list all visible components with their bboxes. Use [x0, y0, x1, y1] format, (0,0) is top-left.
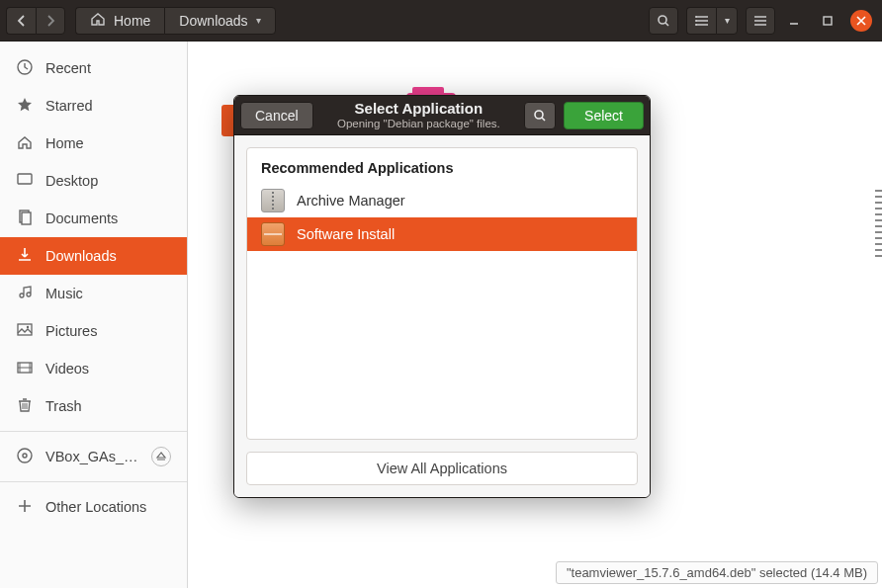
select-button[interactable]: Select [564, 102, 644, 129]
breadcrumb-downloads[interactable]: Downloads ▾ [164, 7, 275, 35]
videos-icon [16, 359, 34, 379]
view-dropdown-button[interactable]: ▾ [716, 7, 738, 35]
window-edge-behind [875, 190, 882, 259]
sidebar-item-videos[interactable]: Videos [0, 350, 187, 387]
sidebar-item-label: Other Locations [45, 499, 146, 515]
breadcrumb-label: Home [114, 13, 150, 29]
home-icon [90, 11, 106, 30]
sidebar-item-label: Desktop [45, 173, 98, 189]
software-install-icon [261, 222, 285, 246]
svg-rect-4 [824, 17, 832, 25]
sidebar-item-label: VBox_GAs_6.… [45, 449, 139, 464]
breadcrumb-home[interactable]: Home [75, 7, 164, 35]
svg-point-14 [535, 111, 543, 119]
desktop-icon [16, 171, 34, 192]
sidebar-item-label: Recent [45, 60, 91, 76]
trash-icon [16, 396, 34, 417]
sidebar-item-starred[interactable]: Starred [0, 87, 187, 125]
select-application-dialog: Cancel Select Application Opening "Debia… [233, 95, 651, 498]
svg-point-2 [695, 20, 697, 22]
disc-icon [16, 447, 34, 467]
sidebar-item-label: Trash [45, 398, 82, 414]
search-button[interactable] [649, 7, 678, 35]
svg-rect-6 [18, 174, 32, 184]
sidebar-item-label: Documents [45, 210, 118, 226]
close-icon [850, 10, 872, 32]
breadcrumb: Home Downloads ▾ [75, 7, 276, 35]
close-button[interactable] [846, 7, 876, 35]
svg-point-10 [27, 325, 29, 327]
app-label: Archive Manager [297, 193, 405, 209]
dialog-title-block: Select Application Opening "Debian packa… [321, 100, 516, 129]
sidebar-separator [0, 431, 187, 432]
sidebar-item-label: Pictures [45, 323, 97, 339]
sidebar-item-pictures[interactable]: Pictures [0, 312, 187, 350]
status-text: "teamviewer_15.7.6_amd64.deb" selected (… [567, 565, 867, 580]
breadcrumb-label: Downloads [179, 13, 247, 29]
status-bar: "teamviewer_15.7.6_amd64.deb" selected (… [556, 561, 878, 584]
sidebar: Recent Starred Home Desktop Documents Do… [0, 42, 188, 588]
sidebar-item-downloads[interactable]: Downloads [0, 237, 187, 275]
sidebar-item-label: Downloads [45, 248, 117, 264]
sidebar-mount-vbox[interactable]: VBox_GAs_6.… [0, 438, 187, 475]
plus-icon [16, 497, 34, 518]
svg-rect-8 [22, 212, 31, 224]
maximize-button[interactable] [813, 7, 842, 35]
documents-icon [16, 209, 34, 229]
sidebar-separator [0, 481, 187, 482]
svg-point-1 [695, 16, 697, 18]
hamburger-menu-button[interactable] [746, 7, 775, 35]
dialog-body: Recommended Applications Archive Manager… [234, 135, 650, 497]
music-icon [16, 284, 34, 304]
sidebar-other-locations[interactable]: Other Locations [0, 488, 187, 526]
view-all-applications-button[interactable]: View All Applications [246, 452, 638, 485]
recommended-heading: Recommended Applications [247, 148, 637, 184]
app-label: Software Install [297, 226, 395, 242]
home-icon [16, 133, 34, 154]
sidebar-item-label: Starred [45, 98, 93, 114]
sidebar-item-desktop[interactable]: Desktop [0, 162, 187, 200]
svg-point-13 [23, 454, 27, 458]
titlebar: Home Downloads ▾ ▾ [0, 0, 882, 42]
sidebar-item-label: Home [45, 135, 84, 151]
sidebar-item-trash[interactable]: Trash [0, 387, 187, 425]
star-icon [16, 96, 34, 117]
dialog-subtitle: Opening "Debian package" files. [321, 118, 516, 130]
sidebar-item-label: Videos [45, 361, 89, 377]
chevron-down-icon: ▾ [256, 15, 261, 26]
forward-button[interactable] [36, 7, 65, 35]
svg-point-12 [18, 449, 32, 462]
svg-point-0 [659, 16, 666, 24]
back-button[interactable] [6, 7, 36, 35]
sidebar-item-documents[interactable]: Documents [0, 200, 187, 237]
app-row-software-install[interactable]: Software Install [247, 217, 637, 251]
dialog-title: Select Application [321, 100, 516, 117]
sidebar-item-recent[interactable]: Recent [0, 49, 187, 87]
minimize-button[interactable] [779, 7, 809, 35]
archive-manager-icon [261, 189, 285, 212]
cancel-button[interactable]: Cancel [240, 102, 313, 129]
clock-icon [16, 58, 34, 79]
svg-rect-9 [18, 324, 32, 335]
dialog-titlebar: Cancel Select Application Opening "Debia… [234, 96, 650, 135]
app-list: Recommended Applications Archive Manager… [246, 147, 638, 440]
view-mode: ▾ [686, 7, 738, 35]
list-view-button[interactable] [686, 7, 716, 35]
downloads-icon [16, 246, 34, 267]
app-row-archive-manager[interactable]: Archive Manager [247, 184, 637, 217]
eject-button[interactable] [151, 447, 171, 466]
sidebar-item-label: Music [45, 286, 83, 301]
sidebar-item-music[interactable]: Music [0, 275, 187, 312]
search-apps-button[interactable] [524, 102, 556, 129]
svg-point-3 [695, 24, 697, 26]
pictures-icon [16, 321, 34, 342]
nav-buttons [6, 7, 65, 35]
sidebar-item-home[interactable]: Home [0, 125, 187, 162]
